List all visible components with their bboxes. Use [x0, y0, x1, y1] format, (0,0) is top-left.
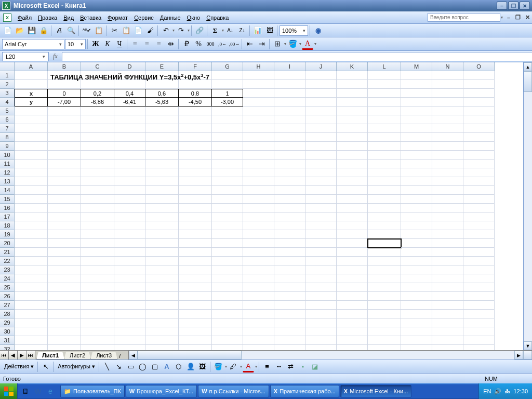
column-header-G[interactable]: G [212, 62, 243, 71]
cell-N28[interactable] [432, 310, 463, 318]
cell-G9[interactable] [212, 142, 243, 151]
cell-O3[interactable] [463, 89, 495, 98]
cell-M13[interactable] [401, 177, 432, 186]
cell-M14[interactable] [401, 186, 432, 195]
cell-H32[interactable] [243, 345, 274, 350]
cell-N7[interactable] [432, 124, 463, 133]
cell-N17[interactable] [432, 212, 463, 221]
cell-M27[interactable] [401, 301, 432, 310]
paste-icon[interactable]: 📄 [132, 25, 144, 36]
menu-Правка[interactable]: Правка [35, 13, 60, 22]
decrease-decimal-icon[interactable]: ,00→ [229, 38, 240, 50]
borders-icon[interactable]: ⊞ [272, 38, 283, 50]
cell-G7[interactable] [212, 124, 243, 133]
wordart-icon[interactable]: A [161, 361, 172, 373]
cell-H3[interactable] [243, 89, 274, 98]
cell-H29[interactable] [243, 318, 274, 327]
cell-K20[interactable] [337, 239, 368, 248]
cell-O18[interactable] [463, 221, 495, 230]
cell-H9[interactable] [243, 142, 274, 151]
cell-E20[interactable] [145, 239, 179, 248]
cell-O31[interactable] [463, 336, 495, 345]
format-painter-icon[interactable]: 🖌 [144, 25, 156, 36]
cell-J2[interactable] [305, 80, 337, 89]
cell-A24[interactable] [15, 274, 48, 283]
cell-H22[interactable] [243, 257, 274, 265]
cell-J8[interactable] [305, 133, 337, 142]
cell-H17[interactable] [243, 212, 274, 221]
cell-O1[interactable] [463, 71, 495, 80]
3d-icon[interactable]: ◪ [309, 361, 321, 373]
cell-H25[interactable] [243, 283, 274, 292]
cell-K24[interactable] [337, 274, 368, 283]
row-header-18[interactable]: 18 [0, 221, 15, 230]
cell-M29[interactable] [401, 318, 432, 327]
cell-H26[interactable] [243, 292, 274, 301]
cell-C17[interactable] [81, 212, 114, 221]
cell-O32[interactable] [463, 345, 495, 350]
cell-L1[interactable] [368, 71, 401, 80]
cell-C12[interactable] [81, 168, 114, 177]
cell-M7[interactable] [401, 124, 432, 133]
cell-N24[interactable] [432, 274, 463, 283]
cell-N13[interactable] [432, 177, 463, 186]
scroll-down-icon[interactable]: ▼ [524, 341, 532, 350]
row-header-5[interactable]: 5 [0, 107, 15, 115]
cell-A6[interactable] [15, 115, 48, 124]
cell-A12[interactable] [15, 168, 48, 177]
cell-M8[interactable] [401, 133, 432, 142]
column-header-C[interactable]: C [81, 62, 114, 71]
cell-F30[interactable] [179, 327, 212, 336]
last-sheet-icon[interactable]: ⏭ [26, 351, 35, 360]
cell-M31[interactable] [401, 336, 432, 345]
cell-F18[interactable] [179, 221, 212, 230]
cell-F20[interactable] [179, 239, 212, 248]
cell-G19[interactable] [212, 230, 243, 239]
cell-O4[interactable] [463, 98, 495, 107]
cell-L10[interactable] [368, 151, 401, 159]
cell-K5[interactable] [337, 107, 368, 115]
cell-L3[interactable] [368, 89, 401, 98]
cell-J20[interactable] [305, 239, 337, 248]
cell-B22[interactable] [48, 257, 81, 265]
cell-A7[interactable] [15, 124, 48, 133]
cell-G17[interactable] [212, 212, 243, 221]
cell-D9[interactable] [114, 142, 145, 151]
cell-N30[interactable] [432, 327, 463, 336]
cell-E12[interactable] [145, 168, 179, 177]
cell-L9[interactable] [368, 142, 401, 151]
cell-O7[interactable] [463, 124, 495, 133]
cell-G16[interactable] [212, 204, 243, 212]
cell-J19[interactable] [305, 230, 337, 239]
cell-D5[interactable] [114, 107, 145, 115]
column-header-B[interactable]: B [48, 62, 81, 71]
cell-A16[interactable] [15, 204, 48, 212]
cell-F27[interactable] [179, 301, 212, 310]
clock[interactable]: 12:30 [513, 388, 528, 394]
cell-B26[interactable] [48, 292, 81, 301]
currency-icon[interactable]: ₽ [181, 38, 192, 50]
vertical-scrollbar[interactable]: ▲ ▼ [523, 62, 532, 350]
help-icon[interactable]: ◉ [312, 25, 324, 36]
cell-K30[interactable] [337, 327, 368, 336]
cell-C25[interactable] [81, 283, 114, 292]
menu-Формат[interactable]: Формат [104, 13, 131, 22]
cell-C31[interactable] [81, 336, 114, 345]
cell-H6[interactable] [243, 115, 274, 124]
research-icon[interactable]: 📋 [93, 25, 104, 36]
cell-B30[interactable] [48, 327, 81, 336]
row-header-15[interactable]: 15 [0, 195, 15, 204]
cell-E18[interactable] [145, 221, 179, 230]
row-header-26[interactable]: 26 [0, 292, 15, 301]
cell-A20[interactable] [15, 239, 48, 248]
cell-B6[interactable] [48, 115, 81, 124]
cell-J11[interactable] [305, 159, 337, 168]
column-header-I[interactable]: I [274, 62, 305, 71]
cell-E21[interactable] [145, 248, 179, 257]
cell-L6[interactable] [368, 115, 401, 124]
row-header-3[interactable]: 3 [0, 89, 15, 98]
cell-H18[interactable] [243, 221, 274, 230]
cell-J1[interactable] [305, 71, 337, 80]
cell-I20[interactable] [274, 239, 305, 248]
cell-F7[interactable] [179, 124, 212, 133]
